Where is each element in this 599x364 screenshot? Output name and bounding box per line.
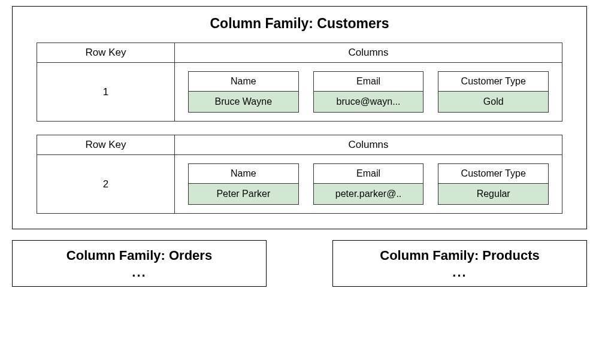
row-body: 2 Name Peter Parker Email peter.parker@.…	[37, 155, 562, 213]
columns-header: Columns	[175, 43, 562, 62]
column-value: Regular	[438, 184, 548, 204]
bottom-cf-row: Column Family: Orders ... Column Family:…	[12, 240, 587, 287]
rowkey-header: Row Key	[37, 43, 175, 62]
columns-header: Columns	[175, 135, 562, 154]
row-header: Row Key Columns	[37, 135, 562, 155]
rowkey-cell: 1	[37, 63, 175, 121]
column-name: Customer Type	[438, 164, 548, 184]
column-box: Email bruce@wayn...	[313, 71, 424, 113]
column-value: peter.parker@..	[314, 184, 423, 204]
ellipsis-icon: ...	[339, 265, 580, 280]
rowkey-header: Row Key	[37, 135, 175, 154]
column-family-orders: Column Family: Orders ...	[12, 240, 267, 287]
columns-cell: Name Bruce Wayne Email bruce@wayn... Cus…	[175, 63, 562, 121]
row-record: Row Key Columns 2 Name Peter Parker Emai…	[37, 135, 562, 214]
column-value: Peter Parker	[189, 184, 298, 204]
row-header: Row Key Columns	[37, 43, 562, 63]
column-value: Bruce Wayne	[189, 92, 298, 112]
column-name: Name	[189, 72, 298, 92]
column-name: Email	[314, 164, 423, 184]
column-name: Customer Type	[438, 72, 548, 92]
mini-cf-title: Column Family: Products	[339, 248, 580, 263]
column-family-customers: Column Family: Customers Row Key Columns…	[12, 6, 587, 229]
column-value: bruce@wayn...	[314, 92, 423, 112]
columns-cell: Name Peter Parker Email peter.parker@.. …	[175, 155, 562, 213]
column-box: Name Peter Parker	[188, 163, 299, 205]
ellipsis-icon: ...	[19, 265, 260, 280]
column-family-products: Column Family: Products ...	[332, 240, 587, 287]
mini-cf-title: Column Family: Orders	[19, 248, 260, 263]
column-name: Name	[189, 164, 298, 184]
column-name: Email	[314, 72, 423, 92]
column-box: Name Bruce Wayne	[188, 71, 299, 113]
cf-title: Column Family: Customers	[37, 16, 562, 32]
column-box: Customer Type Regular	[438, 163, 549, 205]
column-value: Gold	[438, 92, 548, 112]
row-body: 1 Name Bruce Wayne Email bruce@wayn... C…	[37, 63, 562, 121]
column-box: Customer Type Gold	[438, 71, 549, 113]
row-record: Row Key Columns 1 Name Bruce Wayne Email…	[37, 43, 562, 122]
rowkey-cell: 2	[37, 155, 175, 213]
column-box: Email peter.parker@..	[313, 163, 424, 205]
